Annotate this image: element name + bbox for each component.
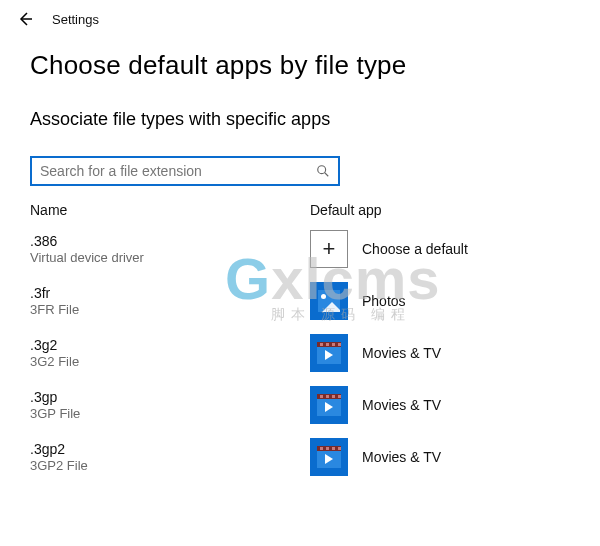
file-type-row: .3gp23GP2 FileMovies & TV — [30, 438, 570, 476]
photos-icon — [310, 282, 348, 320]
search-icon — [316, 164, 330, 178]
default-app-label: Movies & TV — [362, 397, 441, 413]
file-type-description: Virtual device driver — [30, 250, 310, 265]
file-extension: .3g2 — [30, 337, 310, 353]
search-input[interactable] — [40, 163, 316, 179]
header-title: Settings — [52, 12, 99, 27]
column-header-app: Default app — [310, 202, 570, 218]
movies-tv-icon — [310, 334, 348, 372]
file-type-row: .386Virtual device driver+Choose a defau… — [30, 230, 570, 268]
file-type-description: 3FR File — [30, 302, 310, 317]
file-extension: .3gp2 — [30, 441, 310, 457]
file-type-description: 3G2 File — [30, 354, 310, 369]
default-app-label: Movies & TV — [362, 449, 441, 465]
default-app-button[interactable]: Movies & TV — [310, 334, 570, 372]
default-app-button[interactable]: Movies & TV — [310, 386, 570, 424]
column-header-name: Name — [30, 202, 310, 218]
file-type-description: 3GP File — [30, 406, 310, 421]
search-box[interactable] — [30, 156, 340, 186]
back-button[interactable] — [16, 10, 34, 28]
file-type-row: .3fr3FR FilePhotos — [30, 282, 570, 320]
section-title: Associate file types with specific apps — [30, 109, 570, 130]
default-app-button[interactable]: Photos — [310, 282, 570, 320]
movies-tv-icon — [310, 438, 348, 476]
file-type-row: .3gp3GP FileMovies & TV — [30, 386, 570, 424]
default-app-button[interactable]: Movies & TV — [310, 438, 570, 476]
svg-line-1 — [325, 173, 329, 177]
plus-icon: + — [310, 230, 348, 268]
page-title: Choose default apps by file type — [30, 50, 570, 81]
file-type-row: .3g23G2 FileMovies & TV — [30, 334, 570, 372]
movies-tv-icon — [310, 386, 348, 424]
file-extension: .386 — [30, 233, 310, 249]
default-app-label: Choose a default — [362, 241, 468, 257]
default-app-label: Photos — [362, 293, 406, 309]
svg-point-0 — [318, 166, 326, 174]
file-extension: .3fr — [30, 285, 310, 301]
file-type-description: 3GP2 File — [30, 458, 310, 473]
file-extension: .3gp — [30, 389, 310, 405]
default-app-label: Movies & TV — [362, 345, 441, 361]
default-app-button[interactable]: +Choose a default — [310, 230, 570, 268]
